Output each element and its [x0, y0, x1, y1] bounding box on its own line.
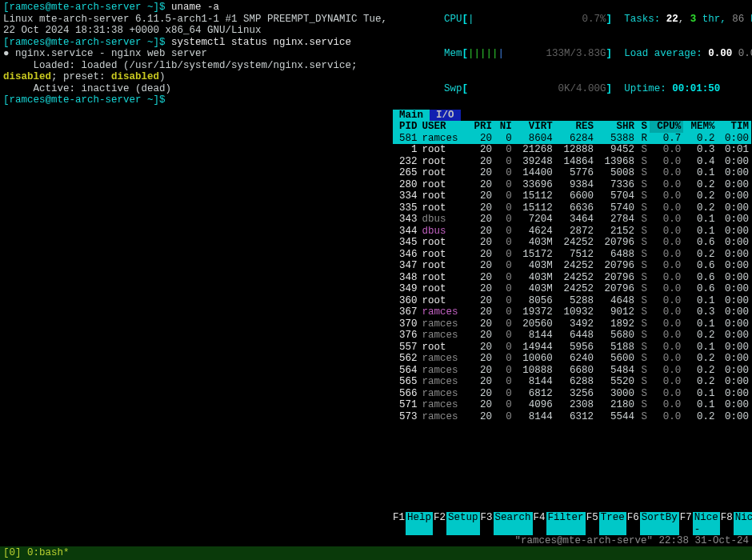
table-row[interactable]: 367ramces20019372109329012S0.00.30:00: [393, 306, 751, 318]
col-res[interactable]: RES: [555, 121, 596, 133]
fn-label[interactable]: Tree: [599, 512, 626, 535]
col-pid[interactable]: PID: [393, 121, 420, 133]
fn-key[interactable]: F1: [392, 512, 406, 535]
table-row[interactable]: 557root2001494459565188S0.00.10:00: [393, 342, 751, 354]
col-cpu[interactable]: CPU%: [650, 121, 683, 133]
col-user[interactable]: USER: [420, 121, 468, 133]
tab-io[interactable]: I/O: [430, 110, 461, 122]
table-row[interactable]: 376ramces200814464485680S0.00.20:00: [393, 330, 751, 342]
table-row[interactable]: 581ramces200860462845388R0.70.20:00: [393, 133, 751, 145]
process-table: PID USER PRI NI VIRT RES SHR S CPU% MEM%…: [393, 121, 751, 422]
htop-meters: CPU[| 0.7%] Tasks: 22, 3 thr, 86 kthr: 1…: [393, 2, 751, 106]
col-s[interactable]: S: [637, 121, 650, 133]
col-virt[interactable]: VIRT: [514, 121, 555, 133]
tmux-status-bar[interactable]: [0] 0:bash*: [0, 546, 752, 560]
table-row[interactable]: 344dbus200462428722152S0.00.10:00: [393, 226, 751, 238]
table-row[interactable]: 571ramces200409623082180S0.00.10:00: [393, 399, 751, 411]
col-ni[interactable]: NI: [494, 121, 514, 133]
fn-label[interactable]: Search: [494, 512, 533, 535]
right-htop-pane[interactable]: CPU[| 0.7%] Tasks: 22, 3 thr, 86 kthr: 1…: [392, 0, 752, 546]
table-row[interactable]: 345root200403M2425220796S0.00.60:00: [393, 237, 751, 249]
col-time[interactable]: TIM: [718, 121, 751, 133]
table-row[interactable]: 562ramces2001006062405600S0.00.20:00: [393, 353, 751, 365]
htop-function-keys: F1HelpF2SetupF3SearchF4FilterF5TreeF6Sor…: [392, 512, 752, 535]
table-row[interactable]: 1root20021268128889452S0.00.30:01: [393, 144, 751, 156]
table-row[interactable]: 349root200403M2425220796S0.00.60:00: [393, 283, 751, 295]
htop-status-line: "ramces@mte-arch-serve" 22:38 31-Oct-24: [392, 535, 752, 547]
fn-label[interactable]: SortBy: [640, 512, 679, 535]
tmux-screen: [ramces@mte-arch-server ~]$ uname -a Lin…: [0, 0, 752, 546]
left-terminal-pane[interactable]: [ramces@mte-arch-server ~]$ uname -a Lin…: [0, 0, 392, 546]
fn-key[interactable]: F2: [433, 512, 446, 535]
process-table-header[interactable]: PID USER PRI NI VIRT RES SHR S CPU% MEM%…: [393, 121, 751, 133]
fn-label[interactable]: Filter: [546, 512, 586, 535]
table-row[interactable]: 360root200805652884648S0.00.10:00: [393, 295, 751, 307]
col-pri[interactable]: PRI: [467, 121, 494, 133]
fn-key[interactable]: F5: [586, 512, 599, 535]
htop-tabs: Main I/O: [393, 110, 751, 122]
fn-label[interactable]: Nice -: [693, 512, 720, 535]
fn-key[interactable]: F7: [679, 512, 693, 535]
table-row[interactable]: 370ramces2002056034921892S0.00.10:00: [393, 318, 751, 330]
shell-output: [ramces@mte-arch-server ~]$ uname -a Lin…: [3, 2, 389, 106]
fn-label[interactable]: Help: [406, 512, 433, 535]
table-row[interactable]: 343dbus200720434642784S0.00.10:00: [393, 214, 751, 226]
fn-key[interactable]: F8: [720, 512, 734, 535]
col-mem[interactable]: MEM%: [683, 121, 717, 133]
col-shr[interactable]: SHR: [596, 121, 637, 133]
fn-label[interactable]: Setup: [446, 512, 480, 535]
table-row[interactable]: 280root2003369693847336S0.00.20:00: [393, 179, 751, 191]
fn-key[interactable]: F6: [626, 512, 640, 535]
fn-key[interactable]: F3: [480, 512, 494, 535]
table-row[interactable]: 347root200403M2425220796S0.00.60:00: [393, 260, 751, 272]
tmux-window[interactable]: [0] 0:bash*: [3, 547, 70, 559]
table-row[interactable]: 566ramces200681232563000S0.00.10:00: [393, 388, 751, 400]
fn-label[interactable]: Nice: [734, 512, 752, 535]
shell-prompt: [ramces@mte-arch-server ~]$: [3, 2, 166, 13]
tab-main[interactable]: Main: [393, 110, 430, 122]
table-row[interactable]: 265root2001440057765008S0.00.10:00: [393, 167, 751, 179]
table-row[interactable]: 564ramces2001088866805484S0.00.20:00: [393, 365, 751, 377]
table-row[interactable]: 334root2001511266005704S0.00.20:00: [393, 190, 751, 202]
table-row[interactable]: 573ramces200814463125544S0.00.20:00: [393, 411, 751, 423]
table-row[interactable]: 348root200403M2425220796S0.00.60:00: [393, 272, 751, 284]
table-row[interactable]: 232root200392481486413968S0.00.40:00: [393, 156, 751, 168]
table-row[interactable]: 335root2001511266365740S0.00.20:00: [393, 202, 751, 214]
fn-key[interactable]: F4: [533, 512, 546, 535]
table-row[interactable]: 346root2001517275126488S0.00.20:00: [393, 249, 751, 261]
table-row[interactable]: 565ramces200814462885520S0.00.20:00: [393, 376, 751, 388]
